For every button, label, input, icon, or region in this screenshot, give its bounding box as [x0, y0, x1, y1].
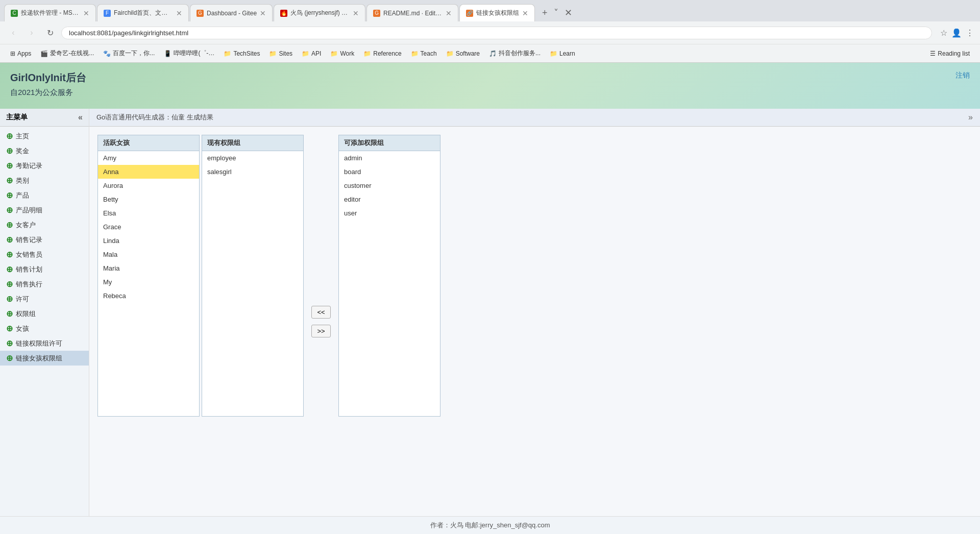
girl-item-mala[interactable]: Mala — [98, 248, 199, 261]
sidebar-item-product[interactable]: ⊕ 产品 — [0, 188, 89, 203]
tab-1[interactable]: C 投递软件管理 - MS&A(M... ✕ — [4, 4, 96, 21]
profile-icon[interactable]: 👤 — [951, 28, 962, 38]
menu-icon[interactable]: ⋮ — [966, 28, 974, 38]
sidebar-label-link-girl-rights: 链接女孩权限组 — [16, 354, 62, 363]
tab-favicon-5: G — [373, 10, 380, 17]
sidebar-item-link-girl-rights[interactable]: ⊕ 链接女孩权限组 — [0, 351, 89, 366]
bookmark-api-label: API — [311, 50, 321, 57]
girl-item-anna[interactable]: Anna — [98, 165, 199, 179]
sidebar-item-customer[interactable]: ⊕ 女客户 — [0, 217, 89, 232]
reading-list-button[interactable]: ☰ Reading list — [926, 48, 974, 59]
current-item-employee[interactable]: employee — [202, 151, 303, 165]
girl-item-aurora[interactable]: Aurora — [98, 179, 199, 192]
bookmark-reference[interactable]: 📁 Reference — [359, 48, 405, 59]
bookmark-sites-label: Sites — [279, 50, 292, 57]
folder-icon-sites: 📁 — [269, 50, 277, 57]
remove-right-button[interactable]: << — [311, 306, 330, 319]
addable-item-user[interactable]: user — [339, 206, 440, 220]
forward-button[interactable]: › — [24, 26, 39, 40]
sidebar-item-link-permission[interactable]: ⊕ 链接权限组许可 — [0, 336, 89, 351]
sidebar-label-bonus: 奖金 — [16, 147, 29, 156]
girl-item-amy[interactable]: Amy — [98, 151, 199, 165]
logout-button[interactable]: 注销 — [955, 71, 970, 80]
plus-icon-rights-group: ⊕ — [6, 309, 13, 319]
bookmark-teach-label: Teach — [421, 50, 437, 57]
bookmark-apps[interactable]: ⊞ Apps — [6, 48, 35, 59]
baidu-icon: 🐾 — [103, 50, 111, 57]
tab-favicon-3: G — [197, 10, 204, 17]
back-button[interactable]: ‹ — [6, 26, 20, 40]
current-item-salesgirl[interactable]: salesgirl — [202, 165, 303, 179]
plus-icon-attendance: ⊕ — [6, 161, 13, 171]
tab-5[interactable]: G README.md · Edit file ·... ✕ — [366, 4, 458, 21]
sidebar-item-bonus[interactable]: ⊕ 奖金 — [0, 143, 89, 158]
tab-6[interactable]: 🔗 链接女孩权限组 ✕ — [459, 4, 535, 21]
bookmark-learn[interactable]: 📁 Learn — [546, 48, 579, 59]
folder-icon-software: 📁 — [446, 50, 454, 57]
tab-more-button[interactable]: ˅ — [552, 6, 560, 19]
bookmark-sites[interactable]: 📁 Sites — [265, 48, 297, 59]
addable-item-board[interactable]: board — [339, 165, 440, 179]
add-right-button[interactable]: >> — [311, 325, 330, 337]
sidebar-item-home[interactable]: ⊕ 主页 — [0, 129, 89, 143]
addable-rights-column: 可添加权限组 admin board customer editor user — [338, 135, 440, 508]
sidebar-title: 主菜单 — [6, 113, 28, 122]
bookmark-work[interactable]: 📁 Work — [326, 48, 358, 59]
tab-close-2[interactable]: ✕ — [176, 9, 182, 17]
sidebar-item-rights-group[interactable]: ⊕ 权限组 — [0, 306, 89, 321]
tab-2[interactable]: F Fairchild首页、文档和下... ✕ — [97, 4, 189, 21]
reload-button[interactable]: ↻ — [43, 26, 57, 40]
sidebar-item-sales-record[interactable]: ⊕ 销售记录 — [0, 232, 89, 247]
sidebar-collapse-button[interactable]: « — [78, 113, 83, 122]
bookmark-software[interactable]: 📁 Software — [442, 48, 484, 59]
plus-icon-sales-record: ⊕ — [6, 235, 13, 245]
girl-item-grace[interactable]: Grace — [98, 220, 199, 234]
tab-favicon-4: 🔥 — [280, 10, 287, 17]
sidebar-item-permission[interactable]: ⊕ 许可 — [0, 292, 89, 306]
girl-item-betty[interactable]: Betty — [98, 192, 199, 206]
girl-item-maria[interactable]: Maria — [98, 261, 199, 275]
bookmark-douyin[interactable]: 🎵 抖音创作服务... — [485, 47, 545, 59]
addable-item-customer[interactable]: customer — [339, 179, 440, 192]
folder-icon-techsites: 📁 — [224, 50, 231, 57]
tab-4[interactable]: 🔥 火鸟 (jerryshensjf) - Gite... ✕ — [274, 4, 365, 21]
bookmark-api[interactable]: 📁 API — [298, 48, 325, 59]
arrow-buttons: << >> — [306, 135, 336, 508]
sidebar-label-link-permission: 链接权限组许可 — [16, 339, 62, 348]
new-tab-button[interactable]: + — [540, 7, 550, 19]
tab-close-6[interactable]: ✕ — [522, 9, 528, 17]
plus-icon-permission: ⊕ — [6, 294, 13, 304]
sidebar-label-category: 类别 — [16, 176, 29, 185]
content-collapse-button[interactable]: » — [968, 113, 973, 122]
sidebar-item-girls[interactable]: ⊕ 女孩 — [0, 321, 89, 336]
tab-close-3[interactable]: ✕ — [260, 9, 266, 17]
girl-item-linda[interactable]: Linda — [98, 234, 199, 248]
bookmark-iqiyi[interactable]: 🎬 爱奇艺-在线视... — [36, 47, 98, 59]
tab-close-1[interactable]: ✕ — [83, 9, 89, 17]
sidebar-item-category[interactable]: ⊕ 类别 — [0, 173, 89, 188]
sidebar-item-salesgirl[interactable]: ⊕ 女销售员 — [0, 247, 89, 262]
bilibili-icon: 📱 — [164, 50, 172, 57]
sidebar-item-sales-exec[interactable]: ⊕ 销售执行 — [0, 277, 89, 292]
tab-close-4[interactable]: ✕ — [353, 9, 359, 17]
url-bar[interactable]: localhost:8081/pages/linkgirlrightset.ht… — [61, 27, 932, 39]
sidebar-label-girls: 女孩 — [16, 324, 29, 333]
sidebar-item-sales-plan[interactable]: ⊕ 销售计划 — [0, 262, 89, 277]
girl-item-my[interactable]: My — [98, 275, 199, 289]
bookmark-star-icon[interactable]: ☆ — [940, 28, 947, 38]
girl-item-rebeca[interactable]: Rebeca — [98, 289, 199, 303]
bookmark-techsites[interactable]: 📁 TechSites — [219, 48, 264, 59]
addable-item-editor[interactable]: editor — [339, 192, 440, 206]
reading-list-icon: ☰ — [930, 50, 936, 57]
sidebar-item-product-detail[interactable]: ⊕ 产品明细 — [0, 203, 89, 217]
girl-item-elsa[interactable]: Elsa — [98, 206, 199, 220]
sidebar-item-attendance[interactable]: ⊕ 考勤记录 — [0, 158, 89, 173]
sidebar-label-product-detail: 产品明细 — [16, 206, 42, 215]
addable-item-admin[interactable]: admin — [339, 151, 440, 165]
bookmark-teach[interactable]: 📁 Teach — [407, 48, 441, 59]
close-window-button[interactable]: ✕ — [562, 6, 574, 19]
tab-3[interactable]: G Dashboard - Gitee ✕ — [190, 4, 273, 21]
bookmark-baidu[interactable]: 🐾 百度一下，你... — [99, 47, 159, 59]
bookmark-bilibili[interactable]: 📱 哔哩哔哩(゜-… — [160, 47, 218, 59]
tab-close-5[interactable]: ✕ — [446, 9, 452, 17]
